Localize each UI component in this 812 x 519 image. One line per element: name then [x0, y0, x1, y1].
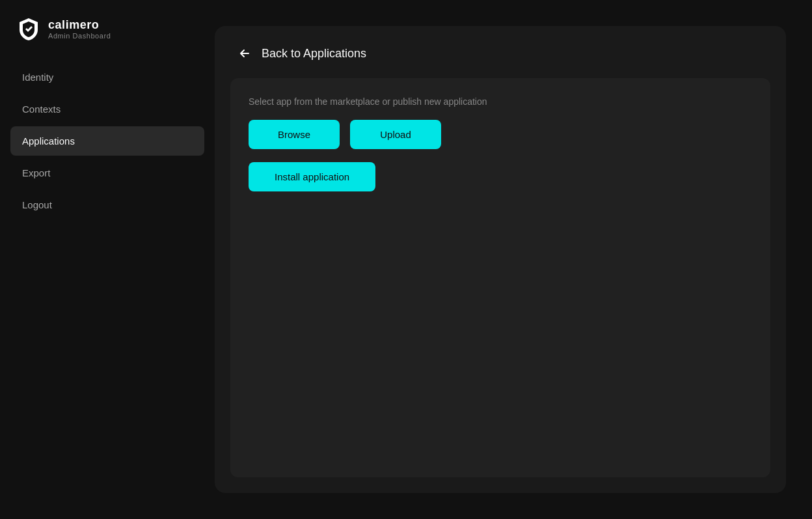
sidebar-item-identity[interactable]: Identity: [10, 63, 204, 92]
action-buttons-row-2: Install application: [249, 162, 752, 191]
sidebar: calimero Admin Dashboard Identity Contex…: [0, 0, 215, 519]
upload-button[interactable]: Upload: [350, 120, 441, 149]
install-application-button[interactable]: Install application: [249, 162, 375, 191]
back-navigation: Back to Applications: [215, 26, 786, 78]
nav-menu: Identity Contexts Applications Export Lo…: [0, 63, 215, 219]
main-content: Back to Applications Select app from the…: [215, 0, 812, 519]
logo-subtitle: Admin Dashboard: [48, 32, 111, 40]
panel-subtitle: Select app from the marketplace or publi…: [249, 96, 752, 107]
back-title: Back to Applications: [262, 47, 366, 61]
sidebar-item-export[interactable]: Export: [10, 158, 204, 188]
logo-text: calimero Admin Dashboard: [48, 18, 111, 40]
logo-icon: [16, 16, 42, 42]
logo-area: calimero Admin Dashboard: [0, 0, 215, 63]
logo-name: calimero: [48, 18, 111, 32]
browse-button[interactable]: Browse: [249, 120, 340, 149]
content-wrapper: Back to Applications Select app from the…: [215, 26, 786, 493]
back-button[interactable]: [236, 44, 254, 63]
applications-panel: Select app from the marketplace or publi…: [230, 78, 770, 477]
action-buttons-row-1: Browse Upload: [249, 120, 752, 149]
sidebar-item-contexts[interactable]: Contexts: [10, 94, 204, 124]
sidebar-item-applications[interactable]: Applications: [10, 126, 204, 156]
sidebar-item-logout[interactable]: Logout: [10, 190, 204, 219]
